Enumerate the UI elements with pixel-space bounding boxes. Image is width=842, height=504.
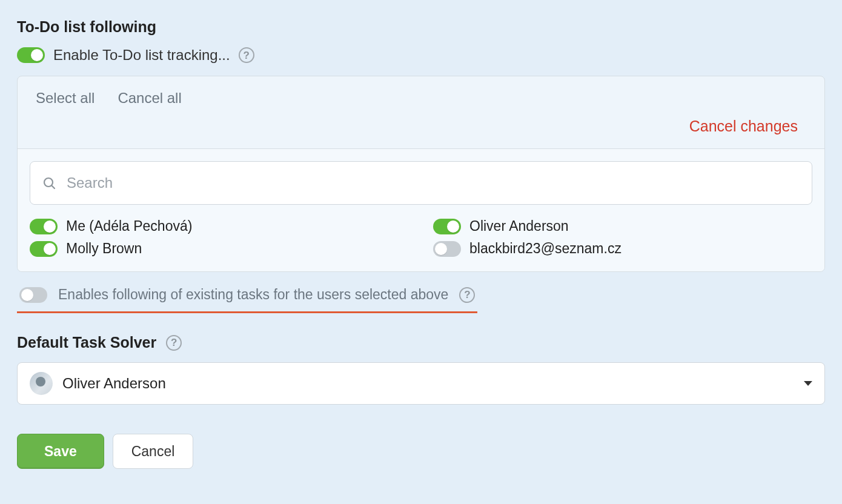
cancel-all-link[interactable]: Cancel all bbox=[118, 90, 181, 107]
user-item: Oliver Anderson bbox=[433, 218, 812, 234]
section-title-solver: Default Task Solver bbox=[17, 334, 156, 351]
section-title-following: To-Do list following bbox=[17, 18, 825, 36]
chevron-down-icon bbox=[804, 381, 812, 386]
enable-tracking-label: Enable To-Do list tracking... bbox=[53, 47, 230, 64]
user-toggle[interactable] bbox=[433, 219, 461, 234]
cancel-changes-link[interactable]: Cancel changes bbox=[689, 118, 798, 135]
save-button[interactable]: Save bbox=[17, 434, 104, 469]
enable-tracking-toggle[interactable] bbox=[17, 47, 45, 63]
cancel-button[interactable]: Cancel bbox=[113, 434, 194, 469]
user-grid: Me (Adéla Pechová) Oliver Anderson Molly… bbox=[30, 218, 812, 257]
avatar bbox=[30, 372, 53, 395]
help-icon[interactable]: ? bbox=[239, 47, 254, 63]
bulk-actions: Select all Cancel all bbox=[36, 90, 806, 107]
svg-line-1 bbox=[51, 185, 55, 188]
user-name: Molly Brown bbox=[66, 240, 142, 257]
help-icon[interactable]: ? bbox=[166, 335, 182, 351]
panel-body: Me (Adéla Pechová) Oliver Anderson Molly… bbox=[18, 148, 824, 271]
follow-existing-toggle[interactable] bbox=[19, 287, 47, 303]
user-toggle[interactable] bbox=[30, 241, 58, 257]
user-toggle[interactable] bbox=[433, 241, 461, 257]
search-input[interactable] bbox=[65, 174, 801, 192]
follow-existing-row: Enables following of existing tasks for … bbox=[17, 283, 477, 313]
user-name: Me (Adéla Pechová) bbox=[66, 218, 192, 234]
user-name: blackbird23@seznam.cz bbox=[469, 240, 622, 257]
form-buttons: Save Cancel bbox=[17, 434, 825, 469]
settings-page: To-Do list following Enable To-Do list t… bbox=[0, 0, 842, 493]
solver-title-row: Default Task Solver ? bbox=[17, 334, 825, 351]
select-all-link[interactable]: Select all bbox=[36, 90, 94, 107]
user-selection-panel: Select all Cancel all Cancel changes bbox=[17, 76, 825, 272]
enable-tracking-row: Enable To-Do list tracking... ? bbox=[17, 47, 825, 64]
search-wrap bbox=[30, 161, 812, 205]
panel-header: Select all Cancel all Cancel changes bbox=[18, 76, 824, 148]
user-item: blackbird23@seznam.cz bbox=[433, 240, 812, 257]
user-name: Oliver Anderson bbox=[469, 218, 569, 234]
user-item: Molly Brown bbox=[30, 240, 409, 257]
user-toggle[interactable] bbox=[30, 219, 58, 234]
user-item: Me (Adéla Pechová) bbox=[30, 218, 409, 234]
default-solver-select[interactable]: Oliver Anderson bbox=[17, 362, 825, 405]
solver-selected-label: Oliver Anderson bbox=[62, 375, 794, 392]
search-icon bbox=[41, 175, 57, 191]
follow-existing-label: Enables following of existing tasks for … bbox=[58, 287, 448, 303]
cancel-changes-row: Cancel changes bbox=[36, 118, 806, 135]
help-icon[interactable]: ? bbox=[459, 287, 475, 303]
